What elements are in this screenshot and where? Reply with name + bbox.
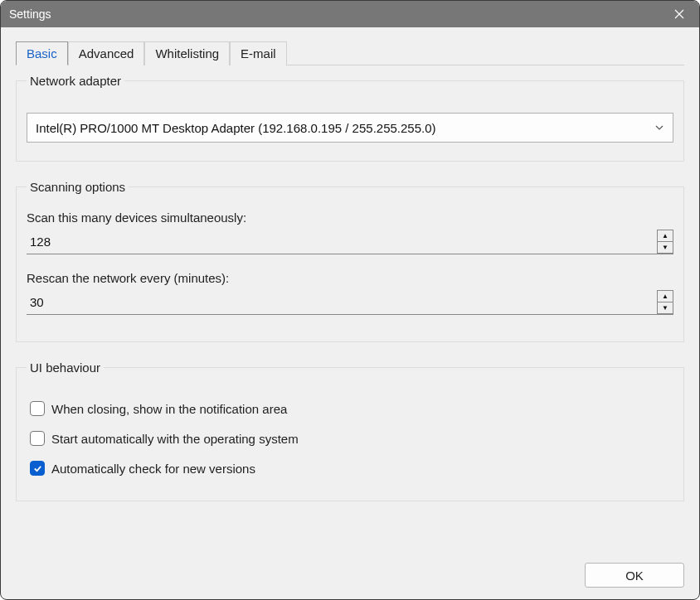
simultaneous-scan-stepper: ▲ ▼ bbox=[657, 230, 673, 254]
rescan-interval-input[interactable] bbox=[27, 290, 657, 314]
tab-email[interactable]: E-mail bbox=[230, 41, 287, 65]
checkbox-autostart-label: Start automatically with the operating s… bbox=[51, 432, 299, 446]
chevron-down-icon bbox=[654, 121, 664, 135]
close-icon[interactable] bbox=[661, 2, 698, 27]
checkbox-auto-update-row[interactable]: Automatically check for new versions bbox=[30, 461, 670, 476]
checkbox-auto-update[interactable] bbox=[30, 461, 45, 476]
tab-basic[interactable]: Basic bbox=[16, 41, 68, 65]
checkbox-auto-update-label: Automatically check for new versions bbox=[51, 462, 255, 476]
checkbox-close-to-tray-label: When closing, show in the notification a… bbox=[51, 402, 287, 416]
rescan-interval-spinner: ▲ ▼ bbox=[27, 290, 673, 315]
group-ui-behaviour: UI behaviour When closing, show in the n… bbox=[16, 360, 684, 501]
titlebar: Settings bbox=[1, 1, 699, 27]
group-network-adapter-legend: Network adapter bbox=[27, 74, 124, 88]
simultaneous-scan-down[interactable]: ▼ bbox=[657, 241, 673, 254]
simultaneous-scan-spinner: ▲ ▼ bbox=[27, 230, 673, 254]
settings-window: Settings Basic Advanced Whitelisting E-m… bbox=[0, 0, 700, 600]
dialog-buttons: OK bbox=[16, 554, 684, 588]
simultaneous-scan-up[interactable]: ▲ bbox=[657, 230, 673, 241]
tabstrip: Basic Advanced Whitelisting E-mail bbox=[16, 41, 684, 65]
network-adapter-select[interactable]: Intel(R) PRO/1000 MT Desktop Adapter (19… bbox=[27, 113, 673, 143]
group-scanning-options-legend: Scanning options bbox=[27, 180, 129, 194]
window-title: Settings bbox=[9, 7, 661, 21]
checkbox-close-to-tray[interactable] bbox=[30, 401, 45, 416]
group-network-adapter: Network adapter Intel(R) PRO/1000 MT Des… bbox=[16, 74, 684, 162]
ok-button[interactable]: OK bbox=[585, 563, 684, 588]
tab-panel-basic: Network adapter Intel(R) PRO/1000 MT Des… bbox=[16, 65, 684, 554]
rescan-interval-stepper: ▲ ▼ bbox=[657, 290, 673, 314]
tab-advanced[interactable]: Advanced bbox=[68, 41, 145, 65]
checkbox-autostart-row[interactable]: Start automatically with the operating s… bbox=[30, 431, 670, 446]
rescan-interval-label: Rescan the network every (minutes): bbox=[27, 271, 673, 285]
simultaneous-scan-label: Scan this many devices simultaneously: bbox=[27, 210, 673, 225]
checkbox-autostart[interactable] bbox=[30, 431, 45, 446]
group-ui-behaviour-legend: UI behaviour bbox=[27, 360, 104, 375]
group-scanning-options: Scanning options Scan this many devices … bbox=[16, 180, 684, 342]
rescan-interval-down[interactable]: ▼ bbox=[657, 302, 673, 314]
simultaneous-scan-input[interactable] bbox=[27, 230, 657, 254]
checkbox-close-to-tray-row[interactable]: When closing, show in the notification a… bbox=[30, 401, 670, 416]
tab-whitelisting[interactable]: Whitelisting bbox=[144, 41, 230, 65]
rescan-interval-up[interactable]: ▲ bbox=[657, 290, 673, 302]
content-area: Basic Advanced Whitelisting E-mail Netwo… bbox=[1, 27, 699, 599]
network-adapter-value: Intel(R) PRO/1000 MT Desktop Adapter (19… bbox=[36, 121, 654, 135]
